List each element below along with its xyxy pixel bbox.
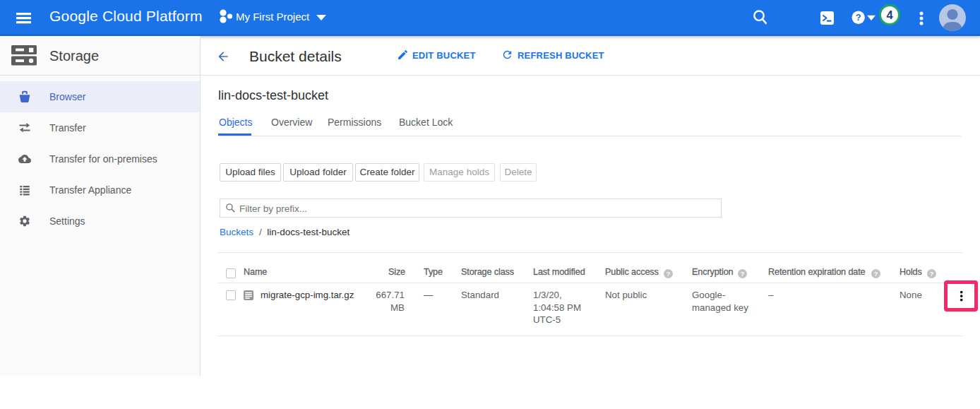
- svg-text:?: ?: [856, 12, 861, 23]
- svg-text:?: ?: [874, 270, 878, 277]
- svg-text:?: ?: [667, 270, 671, 277]
- svg-text:?: ?: [741, 270, 745, 277]
- svg-text:?: ?: [930, 270, 934, 277]
